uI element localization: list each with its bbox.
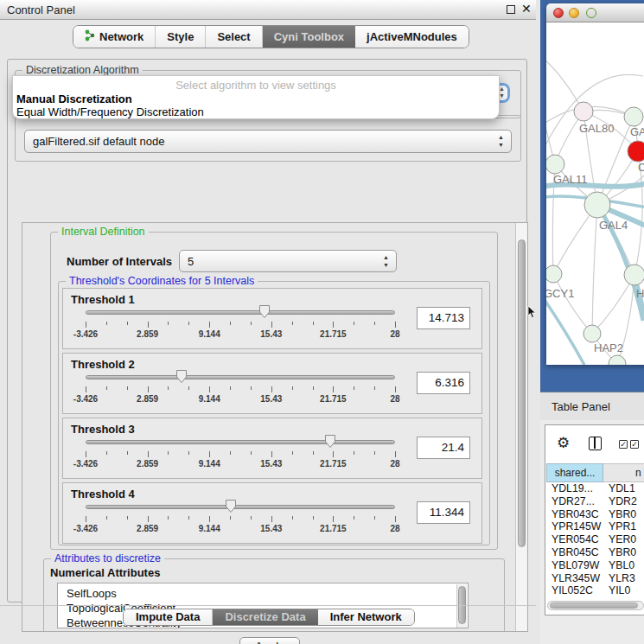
threshold-slider[interactable]: -3.4262.8599.14415.4321.71528 [86,432,395,474]
slider-tick-label: 2.859 [137,329,158,339]
network-graph[interactable]: GAL80GALCGAL11GAL4GCY1HHAP2 [546,22,644,365]
checkbox-icon[interactable]: ✓ [630,440,639,449]
divider [0,605,536,606]
slider-tick [188,322,189,325]
network-node[interactable] [574,102,593,121]
gear-icon[interactable]: ⚙ [557,434,570,452]
tab-discretize-data[interactable]: Discretize Data [213,609,317,625]
list-scrollbar[interactable] [456,584,467,628]
threshold-value-field[interactable]: 6.316 [417,372,470,394]
slider-tick-label: 15.43 [260,524,282,533]
close-icon[interactable]: ✕ [521,2,532,16]
slider-tick [230,451,231,455]
slider-tick-label: 28 [390,394,399,404]
dropdown-option-manual-discretization[interactable]: Manual Discretization [16,92,132,105]
slider-tick [374,322,375,325]
table-row[interactable]: YLR345WYLR3 [546,572,644,585]
slider-thumb[interactable] [225,499,237,513]
network-edge[interactable] [592,205,597,334]
network-node[interactable] [583,325,601,342]
table-row[interactable]: YER054CYER0 [546,533,644,546]
network-node[interactable] [584,192,610,218]
slider-tick [354,386,354,390]
threshold-slider[interactable]: -3.4262.8599.14415.4321.71528 [86,497,395,539]
vertical-scrollbar[interactable] [515,223,527,631]
combobox-value: galFiltered.sif default node [33,135,164,148]
tab-infer-network[interactable]: Infer Network [318,609,414,625]
tab-network[interactable]: Network [73,26,156,48]
slider-tick-label: 21.715 [320,329,347,339]
table-data-combobox[interactable]: galFiltered.sif default node ▲▼ [24,130,512,153]
threshold-slider[interactable]: -3.4262.8599.14415.4321.71528 [86,367,395,409]
column-header-name[interactable]: n [603,463,644,482]
threshold-value-field[interactable]: 14.713 [417,307,470,329]
network-view-window[interactable]: GAL80GALCGAL11GAL4GCY1HHAP2 [546,3,644,365]
node-label: GAL80 [579,122,614,135]
network-node[interactable] [546,265,562,283]
threshold-value-field[interactable]: 11.344 [417,501,470,524]
tab-style[interactable]: Style [156,26,206,48]
slider-tick [230,322,231,325]
tab-label: Style [167,30,194,43]
slider-tick-label: 21.715 [320,459,347,469]
slider-tick-label: 2.859 [137,459,158,469]
slider-track[interactable] [86,375,395,379]
table-row[interactable]: YDR27...YDR2 [546,495,644,508]
checkbox-icon[interactable]: ✓ [619,440,628,449]
threshold-slider[interactable]: -3.4262.8599.14415.4321.71528 [86,303,395,344]
tab-label: jActiveMNodules [367,30,457,43]
num-intervals-combobox[interactable]: 5 ▲▼ [179,250,397,272]
float-window-icon[interactable] [507,5,515,14]
zoom-traffic-light-icon[interactable] [586,8,596,18]
slider-tick [333,516,334,522]
tab-select[interactable]: Select [206,26,262,48]
apply-button[interactable]: Apply [239,637,300,644]
network-node[interactable] [546,155,564,174]
tab-cyni-toolbox[interactable]: Cyni Toolbox [263,26,355,48]
table-row[interactable]: YBR043CYBR0 [546,508,644,521]
dropdown-option-equal-width-frequency[interactable]: Equal Width/Frequency Discretization [16,105,204,118]
scrollbar-thumb[interactable] [518,239,526,547]
network-node[interactable] [624,265,644,285]
network-node[interactable] [624,107,643,126]
tab-impute-data[interactable]: Impute Data [124,609,213,625]
network-edge-highlighted[interactable] [546,297,584,365]
slider-tick [86,451,86,457]
slider-track[interactable] [86,505,395,509]
list-item[interactable]: SelfLoops [58,583,468,601]
slider-thumb[interactable] [258,304,271,319]
column-header-shared-name[interactable]: shared... [546,463,603,482]
threshold-value-field[interactable]: 21.4 [417,437,470,459]
node-label: GAL4 [599,219,628,232]
close-traffic-light-icon[interactable] [553,8,564,18]
scrollbar-thumb[interactable] [550,603,638,609]
network-icon [85,29,95,44]
table-row[interactable]: YPR145WYPR1 [546,520,644,533]
slider-tick [188,451,189,455]
split-columns-icon[interactable] [589,437,602,450]
slider-track[interactable] [86,310,395,315]
node-label: HAP2 [594,341,623,354]
slider-tick [168,322,169,325]
node-label: H [636,287,644,300]
network-canvas[interactable]: GAL80GALCGAL11GAL4GCY1HHAP2 [546,22,644,365]
slider-tick-label: 2.859 [137,524,158,533]
slider-thumb[interactable] [175,369,188,384]
table-row[interactable]: YDL19...YDL1 [546,482,644,495]
network-window-titlebar[interactable] [546,3,644,22]
table-row[interactable]: YIL052CYIL0 [546,584,644,597]
slider-tick [86,516,86,522]
slider-thumb[interactable] [324,434,336,449]
network-node[interactable] [628,141,644,162]
slider-track[interactable] [86,440,395,444]
slider-tick [251,451,252,455]
slider-tick [127,451,128,455]
table-row[interactable]: YBL079WYBL0 [546,559,644,572]
tab-jactivemnodules[interactable]: jActiveMNodules [355,26,469,48]
network-node[interactable] [609,355,626,365]
table-rows: YDL19...YDL1YDR27...YDR2YBR043CYBR0YPR14… [546,482,644,600]
slider-tick [354,451,354,455]
horizontal-scrollbar[interactable] [547,601,644,610]
table-row[interactable]: YBR045CYBR0 [546,546,644,559]
minimize-traffic-light-icon[interactable] [569,8,579,18]
